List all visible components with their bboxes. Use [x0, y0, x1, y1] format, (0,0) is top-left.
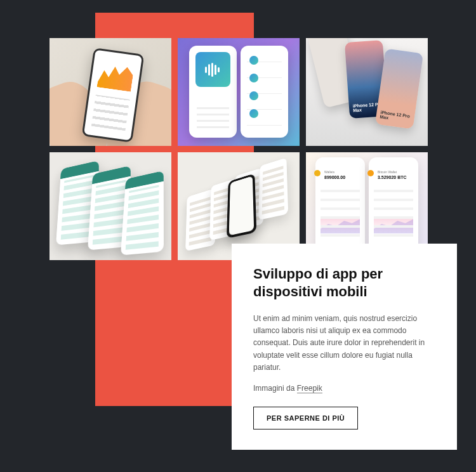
music-mockup-now-playing	[189, 46, 237, 138]
card-body: Ut enim ad minim veniam, quis nostrud es…	[253, 313, 435, 374]
chat-mockup	[121, 171, 164, 256]
wallet-chart	[321, 218, 360, 233]
coin-dot-icon	[314, 170, 321, 176]
gallery-item-chat-perspective[interactable]	[50, 152, 171, 260]
credit-link[interactable]: Freepik	[297, 384, 322, 393]
card-heading: Sviluppo di app per dispositivi mobili	[253, 265, 435, 300]
gallery-item-music-player[interactable]	[178, 38, 300, 146]
credit-prefix: Immagini da	[253, 384, 297, 393]
wallet-mockup-a: Wallets 899000.00	[315, 157, 365, 252]
wallet-mockup-b: Bitcoin Wallet 3.529020 BTC	[369, 157, 418, 252]
wallet-label: Wallets	[324, 170, 334, 174]
card-credit: Immagini da Freepik	[253, 384, 435, 393]
track-dot-icon	[249, 74, 258, 82]
music-mockup-playlist	[241, 46, 288, 138]
wallet-balance: 3.529020 BTC	[378, 175, 407, 180]
gallery-grid: iPhone 12 Pro Max iPhone 12 Pro Max Wall…	[50, 38, 427, 260]
track-dot-icon	[249, 91, 258, 100]
cta-button[interactable]: PER SAPERNE DI PIÙ	[253, 407, 358, 429]
wallet-chart	[374, 218, 413, 233]
coin-dot-icon	[367, 170, 374, 176]
screen-mockup	[258, 158, 288, 220]
audio-wave-icon	[205, 62, 221, 77]
phone-device-mockup	[227, 173, 256, 239]
gallery-item-iphone-fan[interactable]: iPhone 12 Pro Max iPhone 12 Pro Max	[306, 38, 428, 146]
info-card: Sviluppo di app per dispositivi mobili U…	[232, 244, 457, 450]
device-label: iPhone 12 Pro Max	[380, 110, 415, 124]
gallery-item-hands-phone[interactable]	[50, 38, 171, 146]
track-dot-icon	[249, 109, 258, 118]
wallet-label: Bitcoin Wallet	[378, 170, 397, 174]
wallet-balance: 899000.00	[324, 175, 345, 180]
track-dot-icon	[249, 56, 258, 65]
